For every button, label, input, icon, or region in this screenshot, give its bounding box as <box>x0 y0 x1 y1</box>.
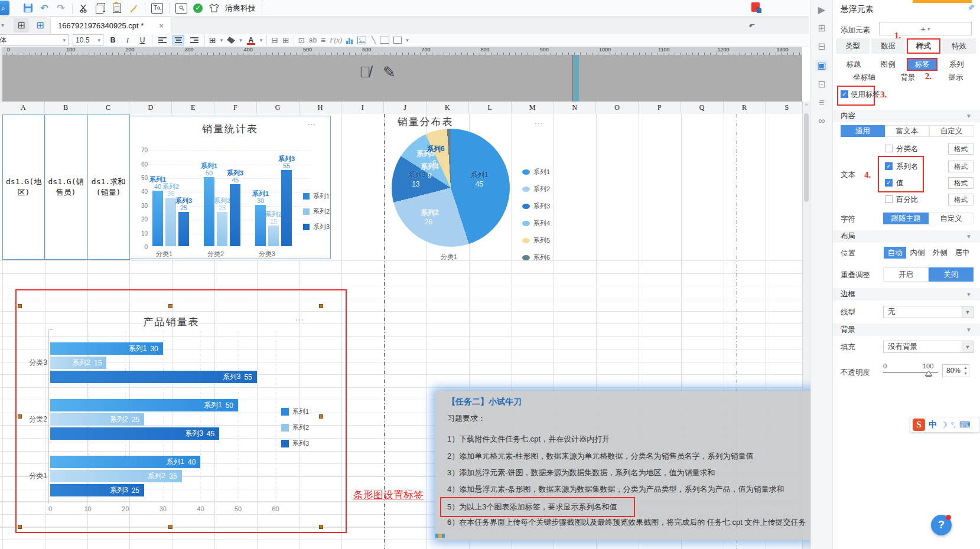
zoom-search-icon[interactable] <box>175 3 187 14</box>
bar[interactable] <box>178 212 189 247</box>
merge-cells-button[interactable]: ⊟ <box>271 35 278 45</box>
position-居中[interactable]: 居中 <box>951 247 974 259</box>
legend-item[interactable]: 系列1 <box>303 192 330 201</box>
ime-mode[interactable]: 中 <box>929 420 937 430</box>
bar[interactable] <box>255 205 266 246</box>
close-tab-icon[interactable]: × <box>159 21 164 30</box>
column-header-B[interactable]: B <box>45 102 87 113</box>
column-header-J[interactable]: J <box>384 102 426 113</box>
cell-element-icon[interactable]: ⊞ <box>818 23 825 34</box>
chevron-down-icon[interactable]: ▾ <box>239 37 242 43</box>
align-right-button[interactable] <box>188 35 200 45</box>
cut-icon[interactable] <box>79 3 89 14</box>
insert-frame-icon[interactable] <box>393 37 402 44</box>
chart-menu-icon[interactable]: ... <box>307 117 316 127</box>
add-element-dropdown[interactable]: +▾ <box>879 22 972 35</box>
column-header-C[interactable]: C <box>87 102 130 113</box>
chevron-down-icon[interactable]: ▾ <box>406 37 409 43</box>
formula-icon[interactable]: F(x) <box>330 36 342 45</box>
overlap-off[interactable]: 关闭 <box>929 267 974 282</box>
format-button[interactable]: 格式 <box>948 161 974 172</box>
bar[interactable] <box>165 198 176 246</box>
align-center-button[interactable] <box>172 35 184 45</box>
column-header-N[interactable]: N <box>554 102 596 113</box>
italic-button[interactable]: I <box>122 36 133 45</box>
column-header-M[interactable]: M <box>512 102 554 113</box>
copy-icon[interactable] <box>95 3 106 14</box>
border-section-header[interactable]: 边框▼ <box>833 288 980 300</box>
insert-chart-icon[interactable] <box>346 37 353 44</box>
font-color-button[interactable]: A <box>246 36 256 44</box>
chevron-down-icon[interactable]: ▾ <box>260 37 263 43</box>
content-tab-富文本[interactable]: 富文本 <box>885 125 929 137</box>
tab-系列[interactable]: 系列 <box>941 58 972 71</box>
new-report-button[interactable]: ⊞ <box>14 18 29 32</box>
char-custom[interactable]: 自定义 <box>929 213 974 224</box>
floating-element-icon[interactable]: ▣ <box>815 60 828 71</box>
tab-tooltip[interactable]: 提示 <box>942 73 969 83</box>
overlap-on[interactable]: 开启 <box>883 267 929 282</box>
legend-item[interactable]: 系列6 <box>522 253 550 262</box>
bar[interactable] <box>281 170 292 246</box>
legend-item[interactable]: 系列2 <box>303 207 330 216</box>
chevron-down-icon[interactable]: ▾ <box>1 22 4 28</box>
column-header-A[interactable]: A <box>2 102 45 113</box>
fill-dropdown[interactable]: 没有背景▼ <box>883 341 974 353</box>
cell-salesperson[interactable]: ds1.G(销售员) <box>44 115 87 260</box>
font-family-select[interactable]: 体▾ <box>0 34 69 46</box>
insert-shape-icon[interactable] <box>380 37 389 44</box>
format-button[interactable]: 格式 <box>948 177 974 189</box>
column-header-O[interactable]: O <box>596 102 639 113</box>
tab-数据[interactable]: 数据 <box>871 38 905 54</box>
font-size-select[interactable]: 10.5▾ <box>73 34 103 46</box>
bar[interactable] <box>204 177 214 246</box>
column-header-H[interactable]: H <box>299 102 342 113</box>
redo-icon[interactable]: ↷ <box>56 3 66 14</box>
column-header-F[interactable]: F <box>214 102 257 113</box>
tab-标签[interactable]: 标签 <box>907 58 937 71</box>
insert-image-icon[interactable] <box>357 35 367 45</box>
bar[interactable] <box>230 184 240 246</box>
column-header-P[interactable]: P <box>639 102 681 113</box>
legend-item[interactable]: 系列1 <box>522 168 550 177</box>
unmerge-cells-button[interactable]: ⊞ <box>282 35 289 45</box>
format-button[interactable]: 格式 <box>948 143 974 155</box>
checkbox-百分比[interactable] <box>885 195 893 203</box>
column-header-I[interactable]: I <box>341 102 384 113</box>
chart-menu-icon[interactable]: ... <box>535 116 543 126</box>
tab-图例[interactable]: 图例 <box>872 58 903 71</box>
opacity-slider-handle[interactable] <box>926 371 932 375</box>
layout-section-header[interactable]: 布局▼ <box>833 230 980 243</box>
legend-item[interactable]: 系列3 <box>303 223 330 231</box>
hyperlink-icon[interactable]: ∞ <box>818 116 825 126</box>
column-header-K[interactable]: K <box>426 102 469 113</box>
cell-sales-sum[interactable]: ds1.求和(销量) <box>87 115 130 260</box>
content-tab-通用[interactable]: 通用 <box>841 125 885 137</box>
scroll-up-icon[interactable]: ^ <box>803 103 810 109</box>
column-header-Q[interactable]: Q <box>681 102 724 113</box>
position-自动[interactable]: 自动 <box>884 247 906 259</box>
content-tab-自定义[interactable]: 自定义 <box>929 125 974 137</box>
checkbox-分类名[interactable] <box>885 145 893 152</box>
column-header-L[interactable]: L <box>469 102 512 113</box>
edit-pencil-icon[interactable]: ✎ <box>968 3 975 12</box>
background-section-header[interactable]: 背景▼ <box>833 323 980 336</box>
tab-background[interactable]: 背景 <box>890 73 926 83</box>
column-chart-element[interactable]: 销量统计表 ... 010203040506070系列140系列235系列325… <box>129 116 331 259</box>
column-header-G[interactable]: G <box>257 102 299 113</box>
collapse-panel-icon[interactable]: ▶ <box>818 5 825 15</box>
column-header-D[interactable]: D <box>129 102 172 113</box>
underline-button[interactable]: U <box>137 36 148 44</box>
bar[interactable] <box>152 191 163 246</box>
document-tab[interactable]: 1667921976340925.cpt * × <box>50 17 171 34</box>
tab-标题[interactable]: 标题 <box>838 58 869 71</box>
content-section-header[interactable]: 内容▼ <box>833 110 980 122</box>
cell-region[interactable]: ds1.G(地区) <box>2 115 45 260</box>
paste-icon[interactable] <box>112 3 122 14</box>
cell-attr-icon[interactable]: ⊟ <box>818 41 825 52</box>
find-replace-icon[interactable]: T <box>151 3 163 14</box>
notification-icon[interactable] <box>751 2 760 12</box>
bold-button[interactable]: B <box>108 36 118 44</box>
legend-item[interactable]: 系列5 <box>522 236 550 245</box>
tab-特效[interactable]: 特效 <box>942 38 976 54</box>
